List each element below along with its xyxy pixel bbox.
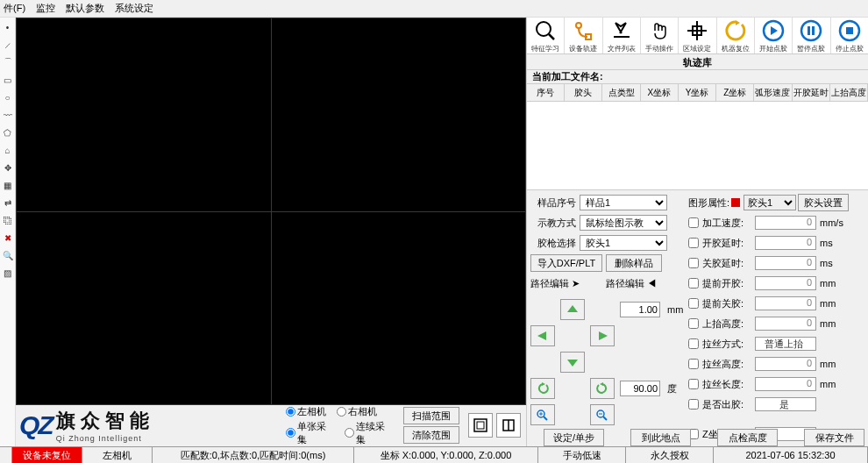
scan-range-button[interactable]: 扫描范围 <box>403 407 459 424</box>
radio-single-capture[interactable]: 单张采集 <box>286 420 334 446</box>
left-toolbar: • ⟋ ⌒ ▭ ○ 〰 ⬠ ⌂ ✥ ▦ ⇄ ⿻ ✖ 🔍 ▨ <box>0 18 16 446</box>
svg-rect-13 <box>812 26 815 35</box>
status-auth: 永久授权 <box>626 447 714 463</box>
zoom-in[interactable] <box>530 404 555 425</box>
jog-up[interactable] <box>560 299 585 320</box>
chk-speed[interactable] <box>688 217 699 228</box>
tb-play[interactable]: 开始点胶 <box>755 18 793 53</box>
tb-reset[interactable]: 区域设定 <box>679 18 716 53</box>
path-edit-collapse[interactable]: 路径编辑 ◀ <box>606 277 657 290</box>
chk-drawheight[interactable] <box>688 359 699 369</box>
tool-home-icon[interactable]: ⌂ <box>2 144 14 156</box>
tool-circle-icon[interactable]: ○ <box>2 91 14 103</box>
glue-select[interactable]: 胶头1 <box>580 235 667 251</box>
jog-down[interactable] <box>560 352 585 373</box>
menu-system[interactable]: 系统设定 <box>115 2 153 15</box>
tb-pause[interactable]: 暂停点胶 <box>793 18 830 53</box>
zoom-out[interactable] <box>590 404 615 425</box>
tool-move-icon[interactable]: ✥ <box>2 161 14 174</box>
path-edit-expand[interactable]: 路径编辑 ➤ <box>530 277 580 290</box>
menu-file[interactable]: 件(F) <box>4 2 25 15</box>
set-step-button[interactable]: 设定/单步 <box>544 429 604 446</box>
chk-preclose[interactable] <box>688 298 699 309</box>
status-bar: 设备未复位 左相机 匹配数:0,坏点数:0,匹配时间:0(ms) 坐标 X:0.… <box>0 446 868 463</box>
menu-default[interactable]: 默认参数 <box>66 2 104 15</box>
clear-range-button[interactable]: 清除范围 <box>403 426 459 444</box>
speed-val[interactable]: 0 <box>755 216 816 230</box>
trajectory-lib-title: 轨迹库 <box>527 54 868 70</box>
teach-label: 示教方式 <box>530 217 576 230</box>
check-height-button[interactable]: 点检高度 <box>717 429 778 446</box>
chk-lift[interactable] <box>688 318 699 329</box>
drawmode-val[interactable]: 普通上抬 <box>755 337 816 351</box>
tb-filelist[interactable]: 文件列表 <box>603 18 641 53</box>
opendelay-val[interactable]: 0 <box>755 236 816 250</box>
import-button[interactable]: 导入DXF/PLT <box>530 254 602 272</box>
red-tag-icon <box>731 198 740 207</box>
tool-polygon-icon[interactable]: ⬠ <box>2 126 14 139</box>
bottom-bar: QZ 旗众智能 Qi Zhong Intelligent 左相机 右相机 单张采… <box>16 405 526 445</box>
tb-manual[interactable]: 手动操作 <box>641 18 679 53</box>
tool-zoom-icon[interactable]: 🔍 <box>2 249 14 261</box>
grid-body[interactable] <box>527 102 868 190</box>
col-y: Y坐标 <box>679 84 716 101</box>
head-setting-button[interactable]: 胶头设置 <box>798 194 849 211</box>
preopen-val[interactable]: 0 <box>755 276 816 290</box>
tool-mirror-icon[interactable]: ⇄ <box>2 196 14 209</box>
rot-cw[interactable] <box>590 378 615 399</box>
tool-fill-icon[interactable]: ▨ <box>2 267 14 279</box>
step-input[interactable] <box>620 302 660 317</box>
tool-line-icon[interactable]: ⟋ <box>2 39 14 51</box>
tool-grid-icon[interactable]: ▦ <box>2 179 14 191</box>
tool-dot-icon[interactable]: • <box>2 21 14 33</box>
door-icon[interactable] <box>496 413 521 438</box>
tb-home[interactable]: 机器复位 <box>717 18 755 53</box>
lift-val[interactable]: 0 <box>755 317 816 331</box>
chk-preopen[interactable] <box>688 278 699 288</box>
jog-left[interactable] <box>530 325 555 346</box>
tool-copy-icon[interactable]: ⿻ <box>2 214 14 226</box>
sample-label: 样品序号 <box>530 196 576 210</box>
current-file-label: 当前加工文件名: <box>527 70 868 84</box>
canvas-view[interactable] <box>16 18 526 405</box>
chk-closedelay[interactable] <box>688 258 699 268</box>
tool-rect-icon[interactable]: ▭ <box>2 74 14 86</box>
tool-del-icon[interactable]: ✖ <box>2 232 14 244</box>
closedelay-val[interactable]: 0 <box>755 256 816 270</box>
angle-input[interactable] <box>620 381 660 396</box>
sample-select[interactable]: 样品1 <box>580 195 667 210</box>
radio-cont-capture[interactable]: 连续采集 <box>345 420 393 446</box>
svg-rect-1 <box>477 422 484 429</box>
tb-search[interactable]: 特征学习 <box>527 18 565 53</box>
chk-opendelay[interactable] <box>688 238 699 248</box>
fit-icon[interactable] <box>468 413 493 438</box>
tb-path[interactable]: 设备轨迹 <box>565 18 602 53</box>
svg-rect-0 <box>474 419 487 431</box>
tool-arc-icon[interactable]: ⌒ <box>2 56 14 68</box>
save-file-button[interactable]: 保存文件 <box>804 429 864 446</box>
jog-right[interactable] <box>590 325 615 346</box>
col-x: X坐标 <box>641 84 679 101</box>
chk-isglue[interactable] <box>688 399 699 410</box>
preclose-val[interactable]: 0 <box>755 296 816 310</box>
drawheight-val[interactable]: 0 <box>755 357 816 371</box>
isglue-val[interactable]: 是 <box>755 397 816 411</box>
status-coord: 坐标 X:0.000, Y:0.000, Z:0.000 <box>354 447 538 463</box>
status-time: 2021-07-06 15:32:30 <box>714 447 868 463</box>
tool-curve-icon[interactable]: 〰 <box>2 109 14 121</box>
rot-ccw[interactable] <box>530 378 555 399</box>
delete-sample-button[interactable]: 删除样品 <box>606 254 662 272</box>
goto-pos-button[interactable]: 到此地点 <box>630 429 691 446</box>
tb-stop[interactable]: 停止点胶 <box>831 18 868 53</box>
menu-monitor[interactable]: 监控 <box>36 2 55 15</box>
col-head: 胶头 <box>565 84 602 101</box>
chk-drawlen[interactable] <box>688 379 699 389</box>
radio-left-camera[interactable]: 左相机 <box>286 405 326 418</box>
glue-label: 胶枪选择 <box>530 237 576 250</box>
drawlen-val[interactable]: 0 <box>755 377 816 391</box>
attr-select[interactable]: 胶头1 <box>743 195 796 210</box>
radio-right-camera[interactable]: 右相机 <box>337 405 377 418</box>
status-speed: 手动低速 <box>538 447 626 463</box>
teach-select[interactable]: 鼠标绘图示教 <box>580 215 667 231</box>
chk-drawmode[interactable] <box>688 338 699 349</box>
